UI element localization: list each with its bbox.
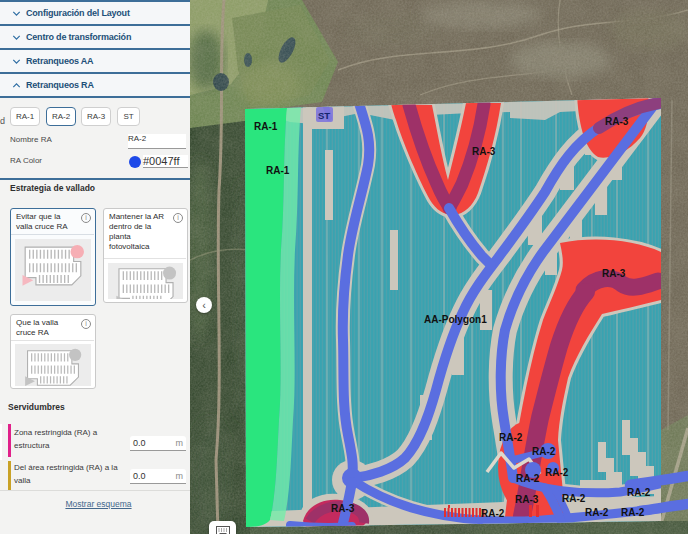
svg-text:RA-2: RA-2 [585,507,609,518]
svg-text:RA-2: RA-2 [621,507,645,518]
svg-text:RA-3: RA-3 [472,146,496,157]
svg-text:RA-2: RA-2 [562,493,586,504]
svg-text:RA-2: RA-2 [481,508,505,519]
svg-text:RA-2: RA-2 [499,432,523,443]
svg-text:RA-3: RA-3 [515,494,539,505]
svg-text:RA-3: RA-3 [331,503,355,514]
svg-text:RA-3: RA-3 [602,268,626,279]
svg-text:RA-2: RA-2 [532,446,556,457]
svg-text:AA-Polygon1: AA-Polygon1 [424,314,487,325]
svg-text:RA-1: RA-1 [266,165,290,176]
svg-text:RA-3: RA-3 [605,116,629,127]
svg-text:RA-2: RA-2 [627,487,651,498]
svg-text:RA-2: RA-2 [516,473,540,484]
svg-text:RA-1: RA-1 [254,121,278,132]
svg-text:ST: ST [318,110,330,121]
svg-text:RA-2: RA-2 [545,467,569,478]
